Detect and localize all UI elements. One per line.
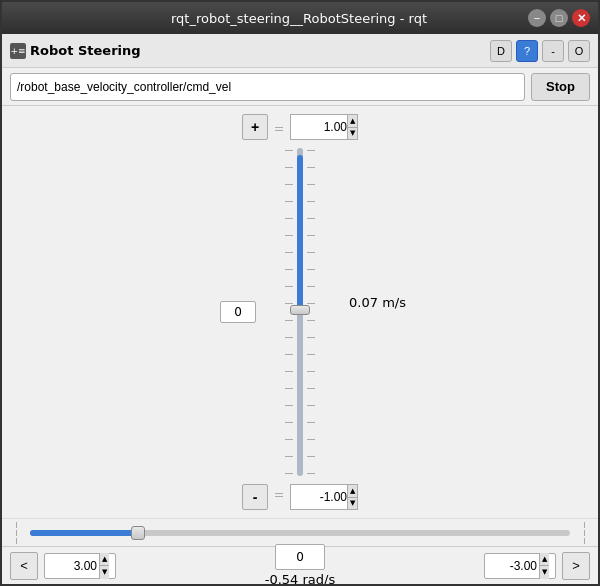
right-spin-up[interactable]: ▲ [540, 553, 549, 567]
bottom-bar: < ▲ ▼ 0 -0.54 rad/s ▲ [2, 546, 598, 584]
plugin-icon: +≡ [10, 43, 26, 59]
plugin-header-right: D ? - O [490, 40, 590, 62]
left-spin-up[interactable]: ▲ [100, 553, 109, 567]
left-spin-box[interactable]: ▲ ▼ [44, 553, 116, 579]
center-section: 0 -0.54 rad/s [202, 544, 398, 584]
plugin-title: Robot Steering [30, 43, 141, 58]
min-spin-up[interactable]: ▲ [348, 485, 357, 498]
main-content: + ▲ ▼ [2, 106, 598, 584]
min-spin-arrows: ▲ ▼ [347, 485, 357, 509]
plugin-header: +≡ Robot Steering D ? - O [2, 34, 598, 68]
left-spin-down[interactable]: ▼ [100, 566, 109, 579]
decrement-button[interactable]: - [242, 484, 268, 510]
right-spin-input[interactable] [485, 559, 539, 573]
min-spin-down[interactable]: ▼ [348, 498, 357, 510]
max-spin-up[interactable]: ▲ [348, 115, 357, 128]
plugin-title-area: +≡ Robot Steering [10, 43, 141, 59]
horizontal-slider-track[interactable] [30, 530, 570, 536]
horizontal-slider-handle[interactable] [131, 526, 145, 540]
left-section: < ▲ ▼ [2, 552, 202, 580]
vertical-slider-handle[interactable] [290, 305, 310, 315]
float-button[interactable]: O [568, 40, 590, 62]
left-nav-button[interactable]: < [10, 552, 38, 580]
detach-button[interactable]: - [542, 40, 564, 62]
window-title: rqt_robot_steering__RobotSteering - rqt [70, 11, 528, 26]
center-value-display: 0 [275, 544, 325, 570]
help-button[interactable]: ? [516, 40, 538, 62]
increment-button[interactable]: + [242, 114, 268, 140]
minimize-button[interactable]: − [528, 9, 546, 27]
stop-button[interactable]: Stop [531, 73, 590, 101]
right-spin-arrows: ▲ ▼ [539, 553, 549, 579]
bottom-controls: - ▲ ▼ [242, 484, 358, 510]
vertical-slider-track[interactable] [297, 148, 303, 476]
left-spin-input[interactable] [45, 559, 99, 573]
h-left-ticks [10, 522, 22, 544]
maximize-button[interactable]: □ [550, 9, 568, 27]
topic-input[interactable] [10, 73, 525, 101]
right-spin-box[interactable]: ▲ ▼ [484, 553, 556, 579]
max-spin-box[interactable]: ▲ ▼ [290, 114, 358, 140]
max-spin-input[interactable] [293, 120, 347, 134]
window-controls: − □ ✕ [528, 9, 590, 27]
toolbar: Stop [2, 68, 598, 106]
title-bar: rqt_robot_steering__RobotSteering - rqt … [2, 2, 598, 34]
close-button[interactable]: ✕ [572, 9, 590, 27]
d-button[interactable]: D [490, 40, 512, 62]
right-section: ▲ ▼ > [398, 552, 598, 580]
right-spin-down[interactable]: ▼ [540, 566, 549, 579]
rad-value-label: -0.54 rad/s [265, 572, 335, 584]
max-spin-arrows: ▲ ▼ [347, 115, 357, 139]
left-spin-arrows: ▲ ▼ [99, 553, 109, 579]
h-right-ticks [578, 522, 590, 544]
horizontal-slider-fill [30, 530, 138, 536]
slider-fill-positive [297, 155, 303, 312]
horizontal-slider-section [2, 518, 598, 546]
zero-label: 0 [220, 301, 256, 323]
main-window: rqt_robot_steering__RobotSteering - rqt … [0, 0, 600, 586]
vertical-slider-area: + ▲ ▼ [2, 106, 598, 518]
max-spin-down[interactable]: ▼ [348, 128, 357, 140]
min-spin-box[interactable]: ▲ ▼ [290, 484, 358, 510]
min-spin-input[interactable] [293, 490, 347, 504]
top-controls: + ▲ ▼ [242, 114, 358, 140]
right-nav-button[interactable]: > [562, 552, 590, 580]
velocity-label: 0.07 m/s [349, 294, 406, 309]
